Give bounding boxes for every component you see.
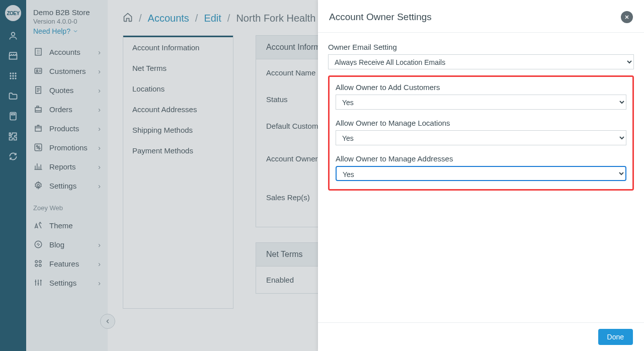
nav-features[interactable]: Features › [26, 254, 108, 273]
logo[interactable]: ZOEY [5, 5, 21, 21]
home-icon[interactable] [123, 12, 133, 25]
svg-point-22 [37, 185, 40, 187]
need-help-link[interactable]: Need Help? [26, 25, 108, 42]
store-icon[interactable] [8, 50, 19, 61]
chevron-left-icon [104, 318, 111, 325]
nav-theme[interactable]: Theme [26, 216, 108, 235]
svg-point-7 [10, 77, 11, 79]
tab-payment-methods[interactable]: Payment Methods [123, 140, 233, 161]
svg-point-0 [12, 32, 15, 36]
nav-blog[interactable]: Blog › [26, 235, 108, 254]
field-label: Allow Owner to Add Customers [336, 83, 626, 92]
nav-reports[interactable]: Reports › [26, 157, 108, 176]
sub-tabs: Account Information Net Terms Locations … [123, 35, 233, 309]
svg-rect-11 [12, 114, 15, 115]
close-button[interactable] [621, 11, 633, 23]
svg-point-6 [15, 75, 16, 76]
tab-locations[interactable]: Locations [123, 78, 233, 99]
nav-orders[interactable]: Orders › [26, 100, 108, 119]
nav-label: Blog [49, 240, 64, 249]
modal-title: Account Owner Settings [329, 12, 432, 23]
nav-label: Customers [49, 67, 86, 75]
blog-icon [33, 240, 43, 249]
field-label: Allow Owner to Manage Locations [336, 119, 626, 127]
chevron-right-icon: › [98, 259, 101, 268]
tab-account-addresses[interactable]: Account Addresses [123, 99, 233, 120]
nav-label: Promotions [49, 143, 88, 152]
sliders-icon [33, 278, 43, 287]
separator: / [227, 13, 230, 24]
register-icon [33, 105, 43, 114]
done-button[interactable]: Done [598, 329, 633, 345]
folder-icon[interactable] [8, 91, 19, 102]
chevron-right-icon: › [98, 143, 101, 152]
svg-point-14 [36, 70, 38, 71]
nav-promotions[interactable]: Promotions › [26, 138, 108, 157]
refresh-icon[interactable] [8, 151, 19, 162]
owner-email-select[interactable]: Always Receive All Location Emails [328, 54, 634, 69]
nav-settings[interactable]: Settings › [26, 176, 108, 195]
svg-rect-17 [37, 106, 39, 108]
main-nav: Accounts › Customers › Quotes › Orders ›… [26, 42, 108, 195]
close-icon [624, 14, 630, 20]
tab-account-information[interactable]: Account Information [123, 36, 233, 58]
manage-addresses-select[interactable]: Yes [336, 166, 626, 181]
nav-label: Accounts [49, 48, 80, 56]
crumb-accounts[interactable]: Accounts [148, 13, 189, 24]
svg-point-24 [39, 260, 42, 263]
svg-point-8 [12, 77, 14, 79]
svg-rect-18 [35, 126, 41, 131]
collapse-sidebar-button[interactable] [100, 314, 115, 329]
manage-locations-select[interactable]: Yes [336, 130, 626, 145]
highlighted-fields: Allow Owner to Add Customers Yes Allow O… [328, 75, 634, 191]
svg-point-26 [39, 265, 42, 267]
tab-net-terms[interactable]: Net Terms [123, 58, 233, 78]
percent-icon [33, 143, 43, 152]
nav-products[interactable]: Products › [26, 119, 108, 138]
user-icon[interactable] [8, 30, 19, 41]
field-label: Allow Owner to Manage Addresses [336, 154, 626, 163]
store-title: Demo B2B Store [26, 7, 108, 18]
nav-quotes[interactable]: Quotes › [26, 80, 108, 100]
svg-point-21 [39, 148, 40, 149]
svg-point-23 [35, 260, 38, 263]
grid-icon[interactable] [8, 70, 19, 81]
building-icon [33, 47, 43, 56]
nav-customers[interactable]: Customers › [26, 61, 108, 80]
nav-label: Features [49, 259, 79, 268]
svg-point-3 [15, 72, 16, 74]
puzzle-icon[interactable] [8, 131, 19, 142]
box-icon [33, 124, 43, 133]
svg-point-9 [15, 77, 16, 79]
field-manage-locations: Allow Owner to Manage Locations Yes [336, 119, 626, 145]
chevron-right-icon: › [98, 124, 101, 133]
svg-point-2 [12, 72, 14, 74]
chevron-right-icon: › [98, 48, 101, 56]
version-label: Version 4.0.0-0 [26, 18, 108, 25]
add-customers-select[interactable]: Yes [336, 95, 626, 110]
svg-point-25 [35, 265, 38, 267]
svg-rect-16 [35, 108, 41, 112]
chevron-right-icon: › [98, 67, 101, 75]
svg-point-1 [10, 72, 11, 74]
nav-section-web: Zoey Web [26, 195, 108, 216]
separator: / [195, 13, 198, 24]
crumb-edit[interactable]: Edit [204, 13, 221, 24]
nav-accounts[interactable]: Accounts › [26, 42, 108, 61]
features-icon [33, 259, 43, 268]
sidebar: Demo B2B Store Version 4.0.0-0 Need Help… [26, 0, 108, 351]
svg-point-4 [10, 75, 11, 76]
nav-label: Products [49, 124, 79, 133]
chevron-right-icon: › [98, 240, 101, 249]
chevron-down-icon [72, 28, 78, 34]
svg-point-5 [12, 75, 14, 76]
gear-icon [33, 181, 43, 190]
nav-web-settings[interactable]: Settings › [26, 273, 108, 292]
tab-shipping-methods[interactable]: Shipping Methods [123, 120, 233, 140]
chart-icon [33, 162, 43, 171]
chevron-right-icon: › [98, 105, 101, 114]
nav-label: Orders [49, 105, 72, 114]
nav-label: Reports [49, 162, 76, 171]
chevron-right-icon: › [98, 86, 101, 95]
calculator-icon[interactable] [8, 111, 19, 122]
